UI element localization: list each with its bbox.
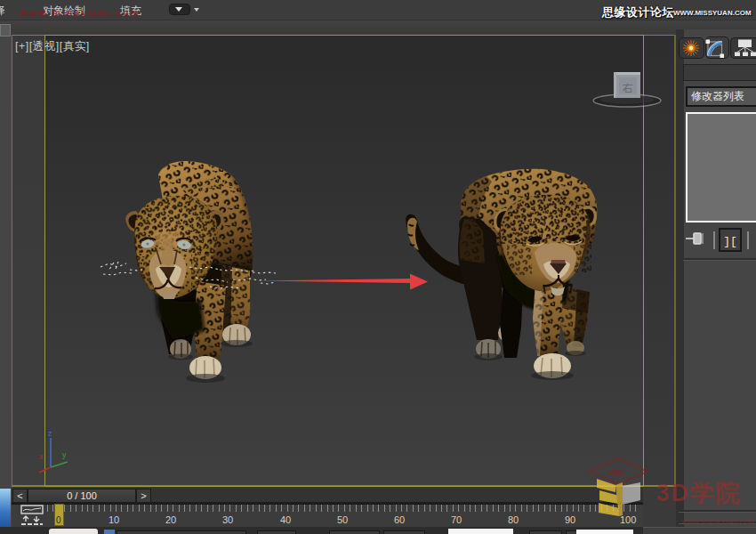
svg-text:][: ][ — [723, 235, 737, 248]
svg-text:x: x — [39, 452, 44, 461]
svg-text:右: 右 — [622, 82, 633, 94]
svg-text:y: y — [62, 450, 67, 459]
svg-text:3D学院: 3D学院 — [656, 480, 743, 506]
svg-text:z: z — [48, 429, 52, 438]
svg-text:WWW.3DXUEYUAN.COM: WWW.3DXUEYUAN.COM — [681, 519, 755, 525]
